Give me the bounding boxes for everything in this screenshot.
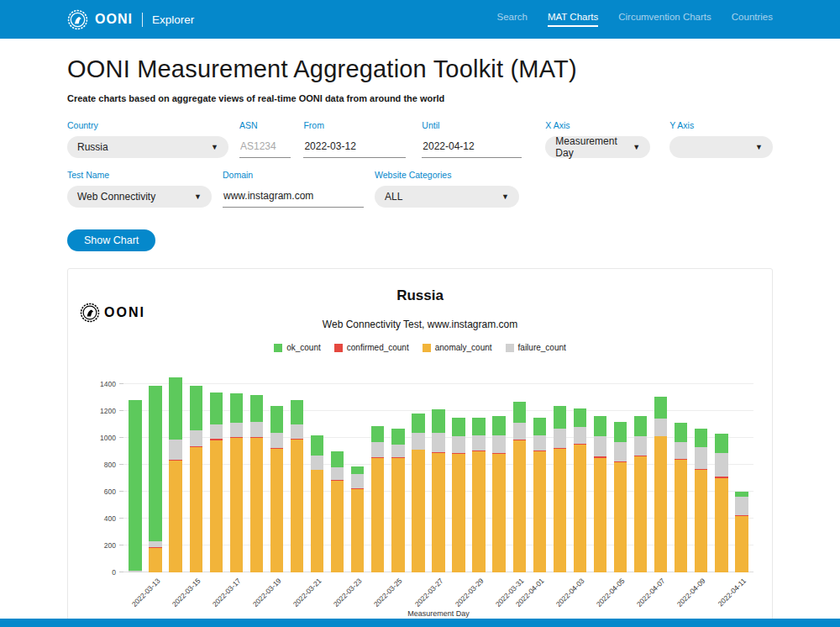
y-tick-label: 1200: [100, 407, 116, 415]
x-tick-label: 2022-03-17: [211, 577, 243, 609]
stacked-bar-2022-03-19[interactable]: [270, 406, 283, 572]
nav-item-circumvention-charts[interactable]: Circumvention Charts: [618, 12, 711, 27]
legend-label: anomaly_count: [435, 343, 492, 352]
bar-segment-ok_count: [270, 406, 283, 433]
ooni-explorer-logo[interactable]: OONI Explorer: [67, 9, 194, 30]
x-tick-label: 2022-03-21: [291, 577, 323, 609]
asn-label: ASN: [239, 120, 291, 130]
bar-segment-anomaly_count: [533, 451, 546, 572]
bar-slot: [266, 377, 286, 572]
chevron-down-icon: ▼: [194, 192, 202, 201]
stacked-bar-2022-04-10[interactable]: [715, 434, 727, 572]
website-categories-label: Website Categories: [375, 170, 519, 180]
bar-segment-ok_count: [351, 466, 364, 475]
from-date-input[interactable]: [303, 136, 406, 158]
y-tick-mark: [119, 545, 123, 545]
asn-input[interactable]: [239, 136, 291, 158]
x-axis-tick-labels: 2022-03-132022-03-152022-03-172022-03-19…: [123, 572, 753, 613]
bar-segment-ok_count: [371, 426, 384, 442]
bar-segment-anomaly_count: [331, 481, 344, 572]
stacked-bar-2022-03-12[interactable]: [129, 400, 141, 572]
bar-segment-anomaly_count: [210, 440, 223, 572]
country-label: Country: [67, 120, 228, 130]
x-axis-label: X Axis: [545, 120, 650, 130]
stacked-bar-2022-04-02[interactable]: [554, 406, 566, 572]
bar-segment-ok_count: [634, 416, 647, 436]
bar-segment-anomaly_count: [492, 454, 505, 572]
bars-container: [125, 377, 752, 572]
bar-segment-anomaly_count: [149, 548, 161, 572]
bar-segment-anomaly_count: [169, 461, 181, 572]
y-tick-label: 400: [104, 514, 116, 523]
stacked-bar-2022-04-06[interactable]: [634, 416, 647, 572]
x-tick-label: 2022-03-13: [129, 577, 161, 609]
stacked-bar-2022-04-07[interactable]: [654, 397, 667, 572]
nav-item-countries[interactable]: Countries: [732, 12, 773, 27]
stacked-bar-2022-03-30[interactable]: [492, 416, 505, 572]
country-select[interactable]: Russia ▼: [67, 136, 228, 158]
y-axis-field: Y Axis ▼: [669, 120, 773, 158]
stacked-bar-2022-03-18[interactable]: [250, 395, 263, 572]
bar-segment-anomaly_count: [675, 460, 687, 572]
stacked-bar-2022-03-20[interactable]: [291, 400, 303, 572]
bar-segment-failure_count: [311, 456, 323, 470]
bar-slot: [388, 377, 408, 572]
stacked-bar-2022-03-16[interactable]: [210, 393, 223, 572]
nav-item-search[interactable]: Search: [496, 12, 527, 27]
bar-segment-ok_count: [311, 435, 323, 456]
stacked-bar-2022-03-17[interactable]: [230, 393, 243, 572]
stacked-bar-2022-04-03[interactable]: [574, 408, 586, 572]
stacked-bar-2022-03-25[interactable]: [391, 429, 404, 572]
stacked-bar-2022-04-04[interactable]: [594, 416, 606, 572]
bar-segment-failure_count: [169, 440, 181, 460]
stacked-bar-2022-03-29[interactable]: [472, 418, 485, 572]
bar-slot: [307, 377, 328, 572]
stacked-bar-2022-03-26[interactable]: [412, 414, 424, 572]
legend-label: failure_count: [518, 343, 566, 352]
domain-input[interactable]: [223, 186, 364, 208]
until-date-input[interactable]: [422, 136, 522, 158]
brand-divider: [142, 13, 143, 27]
stacked-bar-2022-03-28[interactable]: [452, 418, 465, 572]
y-tick-mark: [119, 518, 123, 519]
y-tick-mark: [119, 464, 123, 465]
bar-segment-ok_count: [129, 400, 141, 570]
stacked-bar-2022-03-23[interactable]: [351, 466, 364, 572]
x-axis-value: Measurement Day: [555, 135, 626, 159]
x-axis-select[interactable]: Measurement Day ▼: [545, 136, 650, 158]
stacked-bar-2022-03-27[interactable]: [432, 409, 444, 572]
stacked-bar-2022-04-01[interactable]: [533, 418, 546, 572]
bar-segment-failure_count: [371, 442, 384, 457]
y-tick-label: 800: [104, 461, 116, 469]
chart-ooni-logo: OONI: [80, 303, 145, 323]
bar-segment-failure_count: [715, 453, 727, 477]
stacked-bar-2022-03-22[interactable]: [331, 451, 344, 572]
bar-slot: [287, 377, 307, 572]
stacked-bar-2022-04-05[interactable]: [614, 422, 627, 572]
bar-segment-ok_count: [574, 408, 586, 427]
y-axis-label: Y Axis: [669, 120, 773, 130]
stacked-bar-2022-03-24[interactable]: [371, 426, 384, 572]
stacked-bar-2022-03-14[interactable]: [169, 377, 181, 572]
bar-slot: [246, 377, 266, 572]
stacked-bar-2022-03-15[interactable]: [190, 386, 202, 572]
stacked-bar-2022-03-21[interactable]: [311, 435, 323, 572]
show-chart-button[interactable]: Show Chart: [67, 229, 155, 251]
chevron-down-icon: ▼: [755, 143, 763, 151]
bar-segment-ok_count: [250, 395, 263, 422]
stacked-bar-2022-04-08[interactable]: [675, 423, 687, 572]
stacked-bar-2022-03-13[interactable]: [149, 386, 161, 572]
test-name-select[interactable]: Web Connectivity ▼: [67, 186, 212, 208]
website-categories-select[interactable]: ALL ▼: [375, 186, 519, 208]
bar-slot: [671, 377, 691, 572]
nav-item-mat-charts[interactable]: MAT Charts: [548, 12, 598, 27]
legend-swatch-icon: [506, 344, 514, 352]
stacked-bar-2022-04-11[interactable]: [735, 492, 748, 572]
website-categories-value: ALL: [385, 191, 402, 203]
y-axis-select[interactable]: ▼: [669, 136, 773, 158]
bar-slot: [489, 377, 509, 572]
stacked-bar-2022-04-09[interactable]: [695, 429, 707, 572]
bar-segment-ok_count: [472, 418, 485, 435]
stacked-bar-2022-03-31[interactable]: [513, 402, 526, 572]
bar-slot: [328, 377, 348, 572]
